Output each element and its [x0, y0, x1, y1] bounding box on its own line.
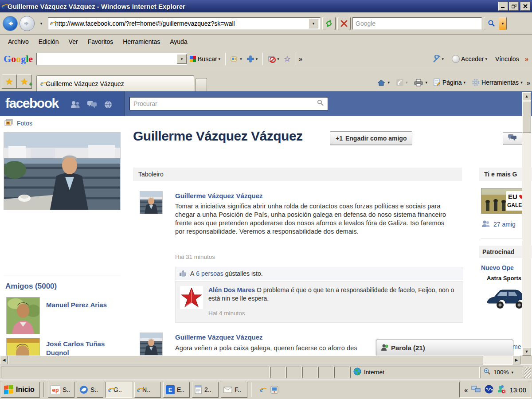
sidebar-item-fotos[interactable]: Fotos	[0, 117, 124, 129]
toolbar-overflow-chevron[interactable]: »	[299, 55, 302, 63]
tab-guillerme[interactable]: e Guillerme Vázquez Vázquez	[36, 75, 194, 91]
command-overflow-chevron[interactable]: »	[527, 79, 530, 86]
forward-button[interactable]	[20, 16, 35, 31]
horizontal-scroll-thumb[interactable]	[8, 356, 483, 364]
comment-timestamp[interactable]: Hai 4 minutos	[208, 310, 245, 317]
bookmark-star-button[interactable]: ☆	[282, 53, 293, 65]
vertical-scrollbar[interactable]: ▲ ▼	[522, 92, 531, 356]
links-overflow-chevron[interactable]: »	[525, 55, 528, 63]
menu-edicion[interactable]: Edición	[34, 36, 63, 47]
refresh-button[interactable]	[322, 17, 336, 30]
audio-wave-tray-icon[interactable]	[485, 385, 493, 395]
ie-search-input[interactable]	[356, 20, 479, 27]
feeds-button[interactable]: ▾	[394, 77, 410, 88]
popup-blocker-button[interactable]: ▾	[266, 54, 282, 64]
stop-button[interactable]	[337, 17, 351, 30]
add-favorite-button[interactable]: ★+	[17, 74, 32, 89]
friend-requests-icon[interactable]	[70, 100, 81, 111]
address-dropdown[interactable]: ▾	[309, 19, 318, 28]
new-tab-button[interactable]	[196, 78, 207, 91]
taskbar-button-ie-active[interactable]: eG..	[106, 382, 132, 398]
menu-favoritos[interactable]: Favoritos	[83, 36, 118, 47]
post-author-link[interactable]: Guillerme Vázquez Vázquez	[175, 333, 263, 341]
taskbar-button-ie[interactable]: eN..	[134, 382, 161, 398]
messages-icon[interactable]	[87, 100, 98, 111]
add-gadget-button[interactable]: ▾	[244, 54, 260, 64]
facebook-search-input[interactable]	[133, 100, 317, 107]
friend-name[interactable]: Manuel Perez Arias	[46, 297, 119, 334]
taskbar-button-doc[interactable]: 2..	[192, 382, 219, 398]
zoom-magnifier-icon	[484, 368, 491, 376]
status-bar: Internet 100% ▾	[0, 364, 532, 379]
security-zone-cell: Internet	[350, 367, 480, 378]
print-button[interactable]: ▾	[411, 77, 430, 88]
share-button[interactable]: ▾	[228, 54, 244, 64]
address-input[interactable]	[55, 20, 306, 27]
menu-herramientas[interactable]: Herramientas	[118, 36, 164, 47]
quicklaunch-app-icon[interactable]	[270, 385, 279, 394]
popup-blocker-icon	[268, 55, 276, 63]
profile-photo[interactable]	[4, 132, 121, 210]
menu-ver[interactable]: Ver	[64, 36, 82, 47]
google-buscar-button[interactable]: Buscar▾	[187, 54, 223, 64]
home-button[interactable]: ▾	[375, 77, 392, 88]
taskbar-button-e[interactable]: EE..	[163, 382, 190, 398]
post-author-link[interactable]: Guillerme Vázquez Vázquez	[175, 192, 263, 200]
toolbar-settings-button[interactable]: ▾	[430, 54, 446, 64]
back-button[interactable]	[3, 16, 18, 31]
taskbar-button-mail[interactable]: F..	[221, 382, 247, 398]
search-options-dropdown[interactable]: ▾	[499, 17, 506, 30]
network-tray-icon[interactable]	[471, 385, 481, 395]
menu-bar: Archivo Edición Ver Favoritos Herramient…	[0, 35, 532, 49]
menu-ayuda[interactable]: Ayuda	[165, 36, 192, 47]
post-avatar[interactable]	[140, 332, 163, 356]
friend-item[interactable]: Manuel Perez Arias	[6, 297, 119, 334]
clock[interactable]: 13:00	[509, 386, 526, 394]
quicklaunch-ie-icon[interactable]: e	[255, 386, 268, 393]
scroll-right-button[interactable]: ▶	[512, 356, 520, 364]
google-search-input[interactable]	[37, 55, 177, 63]
likers-link[interactable]: 6 persoas	[196, 270, 223, 277]
page-menu-button[interactable]: Página▾	[431, 77, 468, 88]
comment-avatar[interactable]	[180, 286, 203, 309]
messenger-offline-tray-icon[interactable]	[497, 385, 506, 395]
google-sign-in-button[interactable]: Acceder▾	[450, 54, 489, 64]
links-button[interactable]: Vínculos	[493, 54, 521, 64]
restore-button[interactable]	[509, 2, 519, 11]
post-avatar[interactable]	[140, 191, 163, 214]
google-search-dropdown[interactable]: ▾	[177, 54, 187, 64]
facebook-search-icon[interactable]	[317, 99, 324, 108]
taskbar-button-app[interactable]: S..	[77, 382, 103, 398]
post-timestamp[interactable]: Hai 31 minutos	[175, 254, 215, 260]
horizontal-scrollbar[interactable]: ◀ ▶	[0, 356, 521, 364]
window-title: Guillerme Vázquez Vázquez - Windows Inte…	[8, 3, 185, 10]
menu-archivo[interactable]: Archivo	[4, 36, 33, 47]
wrench-icon	[433, 55, 441, 63]
facebook-logo[interactable]: facebook	[5, 96, 59, 111]
favorites-button[interactable]: ★	[2, 74, 17, 89]
tray-collapse-chevron[interactable]: «	[464, 386, 468, 394]
scroll-up-button[interactable]: ▲	[522, 92, 531, 100]
friend-photo[interactable]	[6, 297, 40, 334]
mutual-friends-link[interactable]: 27 amig	[481, 220, 525, 229]
close-button[interactable]	[520, 2, 530, 11]
status-cell	[318, 367, 333, 378]
scroll-left-button[interactable]: ◀	[0, 356, 8, 364]
history-dropdown[interactable]: ▾	[36, 17, 46, 30]
tools-menu-button[interactable]: Herramientas▾	[469, 77, 525, 88]
start-button[interactable]: Inicio	[1, 382, 40, 398]
mutual-page-thumb[interactable]: EU♥GALE	[481, 188, 523, 214]
chat-bar[interactable]: Parola (21)	[376, 340, 513, 356]
add-friend-button[interactable]: +1 Engadir como amigo	[330, 131, 412, 145]
taskbar-button-ep[interactable]: epS..	[48, 382, 74, 398]
zoom-control[interactable]: 100% ▾	[481, 367, 523, 378]
comment-author-link[interactable]: Alén Dos Mares	[208, 286, 255, 293]
notifications-globe-icon[interactable]	[104, 100, 113, 111]
ad-title-link[interactable]: Nuevo Ope	[481, 264, 525, 271]
minimize-button[interactable]	[498, 2, 508, 11]
resize-grip[interactable]	[524, 367, 531, 378]
scroll-down-button[interactable]: ▼	[522, 348, 531, 356]
search-go-button[interactable]: ▾	[484, 17, 507, 30]
vertical-scroll-thumb[interactable]	[522, 101, 531, 133]
clipped-link-text[interactable]: me	[512, 343, 521, 350]
